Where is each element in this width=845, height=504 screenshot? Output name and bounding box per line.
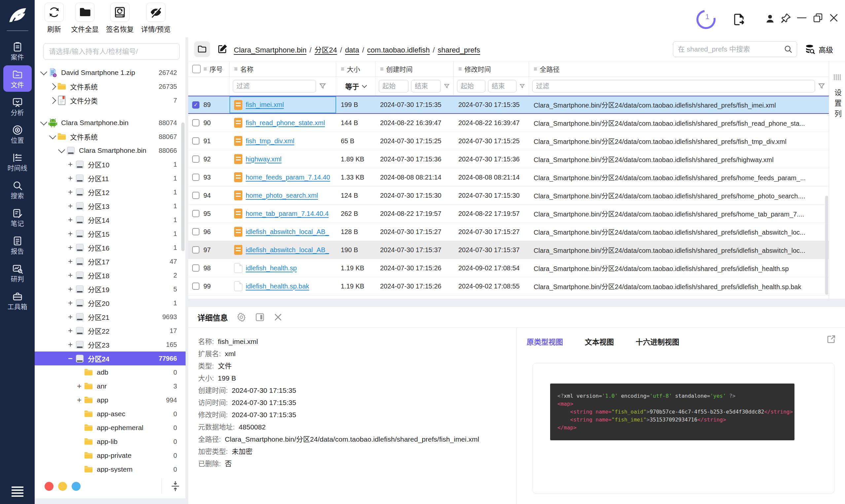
- tree-node[interactable]: +分区161: [35, 240, 186, 254]
- tree-node[interactable]: +分区111: [35, 171, 186, 185]
- sidebar-item-note[interactable]: 笔记: [3, 204, 32, 230]
- expander-icon[interactable]: +: [75, 395, 84, 404]
- export-icon[interactable]: [732, 12, 746, 27]
- expander-icon[interactable]: [57, 148, 66, 153]
- sidebar-item-search[interactable]: 搜索: [3, 176, 32, 203]
- expander-icon[interactable]: +: [66, 312, 75, 322]
- tree-node[interactable]: +分区131: [35, 199, 186, 213]
- folder-view-icon[interactable]: [194, 41, 210, 57]
- file-link[interactable]: fish_imei.xml: [246, 101, 284, 109]
- expander-icon[interactable]: +: [66, 257, 75, 266]
- column-settings-strip[interactable]: 设置列: [829, 61, 845, 299]
- close-icon[interactable]: [828, 13, 839, 23]
- file-link[interactable]: idlefish_health.sp: [246, 264, 297, 272]
- file-link[interactable]: highway.xml: [246, 156, 282, 163]
- expander-icon[interactable]: +: [66, 285, 75, 294]
- expander-icon[interactable]: +: [66, 160, 75, 169]
- pin-icon[interactable]: [780, 13, 792, 24]
- expander-icon[interactable]: +: [66, 243, 75, 252]
- tree-scrollbar[interactable]: [181, 123, 184, 251]
- expander-icon[interactable]: −: [66, 354, 75, 363]
- tree-node[interactable]: 文件系统88067: [35, 130, 186, 144]
- row-checkbox[interactable]: [192, 246, 199, 253]
- expander-icon[interactable]: [48, 84, 57, 89]
- tree-node[interactable]: 文件系统26735: [35, 79, 186, 93]
- table-row[interactable]: 91 fish_tmp_div.xml 65 B 2024-07-30 17:1…: [188, 132, 829, 150]
- user-icon[interactable]: [764, 13, 776, 24]
- sig-restore-button[interactable]: 签名恢复: [106, 3, 134, 34]
- row-checkbox[interactable]: [192, 156, 199, 163]
- table-row[interactable]: 93 home_feeds_param_7.14.40 1.33 KB 2024…: [188, 168, 829, 186]
- funnel-icon[interactable]: [519, 82, 525, 90]
- header-col-name[interactable]: ≡名称: [229, 61, 336, 76]
- close-details-icon[interactable]: [274, 312, 283, 322]
- tree-node[interactable]: app-ephemeral0: [35, 421, 186, 435]
- table-row[interactable]: 98 idlefish_health.sp 1.19 KB 2024-07-30…: [188, 259, 829, 277]
- header-col-created[interactable]: ≡创建时间: [375, 61, 454, 76]
- tree-node[interactable]: +分区101: [35, 158, 186, 171]
- expander-icon[interactable]: [39, 121, 48, 125]
- refresh-button[interactable]: 刷新: [45, 3, 64, 34]
- main-search-input[interactable]: [677, 45, 784, 53]
- breadcrumb-segment[interactable]: com.taobao.idlefish: [367, 46, 430, 54]
- tree-node[interactable]: app-lib0: [35, 435, 186, 449]
- gear-icon[interactable]: [236, 312, 246, 322]
- tree-node[interactable]: +分区219693: [35, 310, 186, 324]
- header-col-path[interactable]: ≡全路径: [529, 61, 829, 76]
- file-link[interactable]: idlefish_abswitch_local_AB_: [246, 228, 329, 236]
- preview-tab-1[interactable]: 文本视图: [585, 336, 614, 346]
- expander-icon[interactable]: +: [66, 201, 75, 211]
- collapse-panel-icon[interactable]: [161, 479, 180, 494]
- sidebar-item-toolbox[interactable]: 工具箱: [3, 287, 32, 313]
- select-all-checkbox[interactable]: [192, 65, 201, 73]
- tree-node[interactable]: +分区182: [35, 268, 186, 282]
- file-link[interactable]: fish_read_phone_state.xml: [246, 119, 325, 127]
- tree-node[interactable]: +分区195: [35, 282, 186, 296]
- tree-node[interactable]: 文件分类7: [35, 93, 186, 107]
- row-checkbox[interactable]: [192, 210, 199, 217]
- blue-dot-filter[interactable]: [72, 482, 81, 491]
- drag-handle-icon[interactable]: [834, 74, 841, 80]
- sidebar-item-report[interactable]: 报告: [3, 232, 32, 258]
- sidebar-item-folder-line[interactable]: 文件: [3, 65, 32, 92]
- table-row[interactable]: 92 highway.xml 1.89 KB 2024-07-30 17:15:…: [188, 150, 829, 168]
- tree-node[interactable]: +分区151: [35, 227, 186, 240]
- name-filter-input[interactable]: [233, 80, 316, 92]
- expander-icon[interactable]: [39, 70, 48, 75]
- tree-node[interactable]: Clara Smartphone.bin88066: [35, 144, 186, 158]
- modified-start-input[interactable]: [457, 80, 486, 92]
- header-col-modified[interactable]: ≡修改时间: [454, 61, 529, 76]
- file-link[interactable]: home_photo_search.xml: [246, 192, 318, 199]
- tree-node[interactable]: −分区2477966: [35, 352, 186, 365]
- expander-icon[interactable]: +: [66, 340, 75, 349]
- table-scrollbar[interactable]: [825, 196, 828, 295]
- table-row[interactable]: 99 idlefish_health.sp.bak 1.19 KB 2024-0…: [188, 277, 829, 295]
- minimize-icon[interactable]: [797, 17, 807, 19]
- table-row[interactable]: 94 home_photo_search.xml 124 B 2024-07-3…: [188, 186, 829, 205]
- tree-node[interactable]: +分区141: [35, 213, 186, 227]
- file-link[interactable]: home_feeds_param_7.14.40: [246, 174, 330, 181]
- preview-tab-0[interactable]: 原类型视图: [527, 336, 563, 346]
- tree-node[interactable]: +anr3: [35, 379, 186, 393]
- tree-node[interactable]: +分区2217: [35, 324, 186, 338]
- table-row[interactable]: 97 idlefish_abswitch_local_AB_ 190 B 202…: [188, 241, 829, 259]
- menu-icon[interactable]: [11, 486, 24, 497]
- path-filter-input[interactable]: [532, 80, 815, 92]
- tree-node[interactable]: ?David Smartphone 1.zip26742: [35, 66, 186, 79]
- tree-node[interactable]: app-system0: [35, 463, 186, 473]
- expander-icon[interactable]: +: [66, 299, 75, 308]
- created-start-input[interactable]: [379, 80, 408, 92]
- expander-icon[interactable]: +: [75, 381, 84, 391]
- restore-icon[interactable]: [813, 13, 823, 23]
- expander-icon[interactable]: +: [66, 229, 75, 238]
- breadcrumb-segment[interactable]: shared_prefs: [438, 46, 480, 54]
- expander-icon[interactable]: +: [66, 271, 75, 280]
- row-checkbox[interactable]: [192, 283, 199, 290]
- breadcrumb-segment[interactable]: Clara_Smartphone.bin: [234, 46, 306, 54]
- table-row[interactable]: 96 idlefish_abswitch_local_AB_ 128 B 202…: [188, 223, 829, 241]
- sidebar-item-location[interactable]: 位置: [3, 121, 32, 147]
- split-view-icon[interactable]: [255, 312, 265, 322]
- tree-node[interactable]: app-private0: [35, 449, 186, 463]
- breadcrumb-segment[interactable]: 分区24: [314, 46, 337, 54]
- tree-node[interactable]: app-asec0: [35, 407, 186, 421]
